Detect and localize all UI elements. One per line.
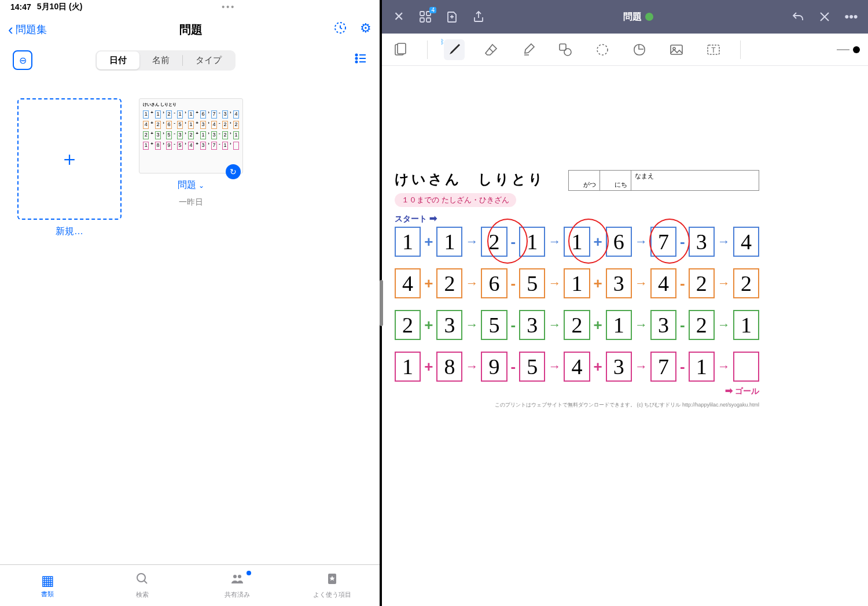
svg-point-19 [564, 49, 571, 56]
list-view-icon[interactable] [354, 52, 367, 68]
number-box: 4 [733, 227, 759, 257]
apps-badge: 4 [429, 7, 436, 13]
number-box: 2 [689, 310, 715, 340]
operator: - [679, 358, 686, 376]
arrow-icon: → [465, 317, 478, 332]
number-box: 1 [564, 227, 590, 257]
stroke-preview[interactable] [837, 46, 860, 53]
goal-label: ➡ ゴール [395, 385, 759, 397]
close-fullscreen-icon[interactable] [817, 9, 832, 24]
number-box: 4 [564, 352, 590, 382]
stroke-color-icon [853, 46, 860, 53]
arrow-icon: → [548, 359, 561, 374]
number-box: 3 [689, 227, 715, 257]
tag-icon[interactable]: ⊖ [13, 50, 32, 70]
document-title[interactable]: 問題 [623, 11, 653, 23]
highlighter-tool-icon[interactable] [518, 39, 539, 60]
search-icon [135, 572, 149, 589]
new-document-box[interactable]: ＋ [17, 98, 122, 220]
number-box: 3 [606, 352, 632, 382]
number-box: 7 [650, 227, 676, 257]
segment-name[interactable]: 名前 [139, 51, 182, 69]
operator: - [679, 275, 686, 293]
number-box: 5 [519, 352, 545, 382]
svg-rect-21 [634, 45, 645, 55]
worksheet-title: けいさん しりとり [395, 170, 545, 189]
svg-point-20 [597, 45, 608, 55]
grid-apps-icon[interactable]: 4 [418, 9, 433, 24]
number-box: 3 [519, 310, 545, 340]
segment-date[interactable]: 日付 [97, 51, 139, 69]
number-box: 1 [564, 268, 590, 298]
svg-rect-17 [398, 43, 406, 54]
segment-type[interactable]: タイプ [183, 51, 234, 69]
number-box: 1 [395, 227, 421, 257]
readonly-icon[interactable] [390, 39, 411, 60]
svg-line-8 [144, 581, 147, 583]
sync-icon[interactable] [333, 21, 347, 38]
tab-browse[interactable]: ▦ 書類 [0, 565, 95, 606]
operator: - [510, 233, 517, 251]
arrow-icon: → [718, 317, 730, 332]
arrow-icon: → [718, 234, 730, 249]
eraser-tool-icon[interactable] [481, 39, 502, 60]
math-row: 1+1→2-1→1+6→7-3→4 [395, 227, 759, 257]
notes-app: ✕ 4 問題 ••• [382, 0, 868, 606]
worksheet-subtitle: １０までの たしざん・ひきざん [395, 193, 516, 207]
close-icon[interactable]: ✕ [391, 9, 406, 24]
arrow-icon: → [718, 359, 730, 374]
lasso-tool-icon[interactable] [592, 39, 613, 60]
arrow-icon: → [635, 276, 648, 291]
arrow-icon: → [465, 359, 478, 374]
arrow-icon: → [465, 234, 478, 249]
sync-status-icon [645, 13, 653, 21]
multitask-dots-icon[interactable]: ••• [222, 2, 236, 12]
pen-tool-icon[interactable]: ᛒ [444, 39, 465, 60]
toolbar: ⊖ 日付 名前 タイプ [0, 45, 380, 75]
number-box: 1 [436, 227, 462, 257]
share-icon[interactable] [471, 9, 486, 24]
more-icon[interactable]: ••• [844, 9, 859, 24]
gear-icon[interactable]: ⚙ [360, 21, 372, 38]
sticker-tool-icon[interactable] [629, 39, 650, 60]
number-box: 1 [606, 310, 632, 340]
stroke-width-icon [837, 49, 849, 50]
new-page-icon[interactable] [444, 9, 459, 24]
arrow-icon: → [635, 234, 648, 249]
tab-shared[interactable]: 共有済み [190, 565, 285, 606]
arrow-icon: → [548, 234, 561, 249]
number-box: 3 [436, 310, 462, 340]
split-view-handle[interactable] [380, 280, 383, 326]
status-date: 5月10日 (火) [37, 2, 83, 12]
document-item[interactable]: けいさん しりとり 1+1›2-1›1+6›7-3›44+2›6-5›1+3›4… [139, 98, 243, 208]
chevron-down-icon[interactable]: ⌄ [198, 182, 204, 190]
number-box: 6 [606, 227, 632, 257]
image-tool-icon[interactable] [666, 39, 687, 60]
math-row: 4+2→6-5→1+3→4-2→2 [395, 268, 759, 298]
number-box: 5 [519, 268, 545, 298]
undo-icon[interactable] [790, 9, 806, 24]
sort-segmented: 日付 名前 タイプ [95, 50, 236, 71]
svg-point-5 [355, 61, 357, 63]
number-box: 9 [481, 352, 507, 382]
tab-search[interactable]: 検索 [95, 565, 190, 606]
operator: - [510, 275, 517, 293]
back-button[interactable]: ‹ 問題集 [8, 21, 47, 39]
chevron-left-icon: ‹ [8, 21, 13, 39]
svg-point-9 [233, 575, 237, 578]
text-tool-icon[interactable]: T [703, 39, 724, 60]
notes-canvas[interactable]: けいさん しりとり がつ にち なまえ １０までの たしざん・ひきざん スタート… [382, 66, 868, 606]
number-box: 3 [606, 268, 632, 298]
number-box: 2 [481, 227, 507, 257]
number-box [733, 352, 759, 382]
shapes-tool-icon[interactable] [555, 39, 576, 60]
arrow-icon: → [718, 276, 730, 291]
svg-point-1 [355, 54, 357, 56]
tab-favorites[interactable]: よく使う項目 [285, 565, 380, 606]
new-document-label: 新規… [56, 226, 83, 238]
operator: - [510, 358, 517, 376]
operator: + [424, 358, 433, 376]
new-document-item[interactable]: ＋ 新規… [17, 98, 122, 238]
files-app: 14:47 5月10日 (火) ••• ‹ 問題集 問題 ⚙ ⊖ 日付 名前 [0, 0, 382, 606]
operator: - [510, 316, 517, 334]
